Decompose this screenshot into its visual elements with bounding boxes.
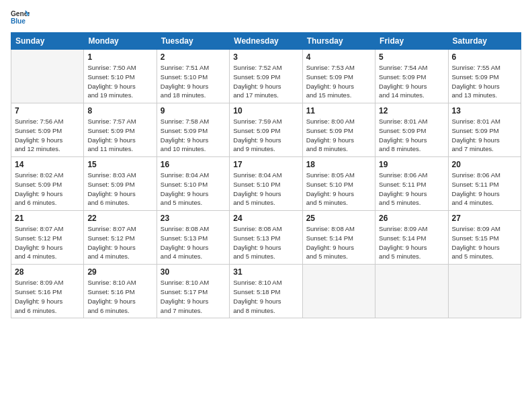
calendar-cell: 29Sunrise: 8:10 AMSunset: 5:16 PMDayligh…	[84, 265, 157, 318]
day-number: 10	[233, 106, 298, 116]
day-info: Sunrise: 8:06 AMSunset: 5:11 PMDaylight:…	[452, 171, 517, 208]
weekday-header-sunday: Sunday	[11, 33, 84, 50]
day-info: Sunrise: 8:08 AMSunset: 5:13 PMDaylight:…	[161, 224, 226, 261]
day-number: 1	[87, 52, 152, 62]
weekday-header-friday: Friday	[375, 33, 448, 50]
day-number: 16	[161, 160, 226, 169]
calendar-cell: 1Sunrise: 7:50 AMSunset: 5:10 PMDaylight…	[84, 50, 157, 103]
day-info: Sunrise: 8:02 AMSunset: 5:09 PMDaylight:…	[15, 171, 80, 208]
day-info: Sunrise: 8:06 AMSunset: 5:11 PMDaylight:…	[379, 171, 444, 208]
day-number: 4	[306, 52, 371, 62]
day-info: Sunrise: 8:04 AMSunset: 5:10 PMDaylight:…	[233, 171, 298, 208]
day-number: 22	[87, 214, 152, 223]
calendar-cell	[448, 265, 521, 318]
day-number: 9	[161, 106, 226, 116]
calendar-cell: 24Sunrise: 8:08 AMSunset: 5:13 PMDayligh…	[230, 211, 302, 265]
calendar-cell: 19Sunrise: 8:06 AMSunset: 5:11 PMDayligh…	[375, 157, 448, 211]
calendar-table: SundayMondayTuesdayWednesdayThursdayFrid…	[11, 32, 521, 318]
day-info: Sunrise: 8:00 AMSunset: 5:09 PMDaylight:…	[306, 117, 371, 154]
day-number: 21	[15, 214, 80, 223]
weekday-header-wednesday: Wednesday	[230, 33, 302, 50]
day-info: Sunrise: 8:09 AMSunset: 5:14 PMDaylight:…	[379, 224, 444, 261]
calendar-cell: 18Sunrise: 8:05 AMSunset: 5:10 PMDayligh…	[302, 157, 375, 211]
day-info: Sunrise: 8:09 AMSunset: 5:15 PMDaylight:…	[452, 224, 517, 261]
calendar-cell: 5Sunrise: 7:54 AMSunset: 5:09 PMDaylight…	[375, 50, 448, 103]
logo-icon: General Blue	[11, 8, 30, 27]
day-info: Sunrise: 8:07 AMSunset: 5:12 PMDaylight:…	[15, 224, 80, 261]
week-row-3: 21Sunrise: 8:07 AMSunset: 5:12 PMDayligh…	[11, 211, 521, 265]
day-info: Sunrise: 7:55 AMSunset: 5:09 PMDaylight:…	[452, 63, 517, 100]
day-info: Sunrise: 8:08 AMSunset: 5:14 PMDaylight:…	[306, 224, 371, 261]
calendar-cell: 28Sunrise: 8:09 AMSunset: 5:16 PMDayligh…	[11, 265, 84, 318]
calendar-cell: 4Sunrise: 7:53 AMSunset: 5:09 PMDaylight…	[302, 50, 375, 103]
day-info: Sunrise: 7:51 AMSunset: 5:10 PMDaylight:…	[161, 63, 226, 100]
day-number: 29	[87, 267, 152, 277]
day-number: 2	[161, 52, 226, 62]
calendar-cell: 6Sunrise: 7:55 AMSunset: 5:09 PMDaylight…	[448, 50, 521, 103]
day-number: 15	[87, 160, 152, 169]
day-number: 26	[379, 214, 444, 223]
calendar-cell: 10Sunrise: 7:59 AMSunset: 5:09 PMDayligh…	[230, 103, 302, 157]
day-number: 28	[15, 267, 80, 277]
header: General Blue	[11, 8, 521, 27]
calendar-cell: 26Sunrise: 8:09 AMSunset: 5:14 PMDayligh…	[375, 211, 448, 265]
weekday-header-thursday: Thursday	[302, 33, 375, 50]
day-info: Sunrise: 7:56 AMSunset: 5:09 PMDaylight:…	[15, 117, 80, 154]
calendar-cell: 8Sunrise: 7:57 AMSunset: 5:09 PMDaylight…	[84, 103, 157, 157]
day-number: 23	[161, 214, 226, 223]
calendar-cell: 3Sunrise: 7:52 AMSunset: 5:09 PMDaylight…	[230, 50, 302, 103]
day-info: Sunrise: 7:53 AMSunset: 5:09 PMDaylight:…	[306, 63, 371, 100]
calendar-cell: 30Sunrise: 8:10 AMSunset: 5:17 PMDayligh…	[157, 265, 229, 318]
day-number: 18	[306, 160, 371, 169]
calendar-cell	[375, 265, 448, 318]
day-number: 7	[15, 106, 80, 116]
calendar-cell: 14Sunrise: 8:02 AMSunset: 5:09 PMDayligh…	[11, 157, 84, 211]
day-info: Sunrise: 7:52 AMSunset: 5:09 PMDaylight:…	[233, 63, 298, 100]
weekday-header-monday: Monday	[84, 33, 157, 50]
day-number: 13	[452, 106, 517, 116]
calendar-cell: 2Sunrise: 7:51 AMSunset: 5:10 PMDaylight…	[157, 50, 229, 103]
day-number: 30	[161, 267, 226, 277]
day-info: Sunrise: 8:10 AMSunset: 5:17 PMDaylight:…	[161, 278, 226, 315]
calendar-cell: 21Sunrise: 8:07 AMSunset: 5:12 PMDayligh…	[11, 211, 84, 265]
day-info: Sunrise: 8:01 AMSunset: 5:09 PMDaylight:…	[452, 117, 517, 154]
day-info: Sunrise: 7:50 AMSunset: 5:10 PMDaylight:…	[87, 63, 152, 100]
day-number: 31	[233, 267, 298, 277]
weekday-header-tuesday: Tuesday	[157, 33, 229, 50]
calendar-cell: 17Sunrise: 8:04 AMSunset: 5:10 PMDayligh…	[230, 157, 302, 211]
day-info: Sunrise: 8:10 AMSunset: 5:16 PMDaylight:…	[87, 278, 152, 315]
calendar-cell: 15Sunrise: 8:03 AMSunset: 5:09 PMDayligh…	[84, 157, 157, 211]
day-info: Sunrise: 8:05 AMSunset: 5:10 PMDaylight:…	[306, 171, 371, 208]
week-row-0: 1Sunrise: 7:50 AMSunset: 5:10 PMDaylight…	[11, 50, 521, 103]
day-info: Sunrise: 8:03 AMSunset: 5:09 PMDaylight:…	[87, 171, 152, 208]
day-info: Sunrise: 8:04 AMSunset: 5:10 PMDaylight:…	[161, 171, 226, 208]
day-info: Sunrise: 8:08 AMSunset: 5:13 PMDaylight:…	[233, 224, 298, 261]
calendar-cell	[11, 50, 84, 103]
day-info: Sunrise: 8:07 AMSunset: 5:12 PMDaylight:…	[87, 224, 152, 261]
day-number: 3	[233, 52, 298, 62]
calendar-cell: 7Sunrise: 7:56 AMSunset: 5:09 PMDaylight…	[11, 103, 84, 157]
calendar-cell: 13Sunrise: 8:01 AMSunset: 5:09 PMDayligh…	[448, 103, 521, 157]
day-number: 11	[306, 106, 371, 116]
day-number: 14	[15, 160, 80, 169]
day-info: Sunrise: 7:58 AMSunset: 5:09 PMDaylight:…	[161, 117, 226, 154]
calendar-cell: 27Sunrise: 8:09 AMSunset: 5:15 PMDayligh…	[448, 211, 521, 265]
day-number: 5	[379, 52, 444, 62]
weekday-header-row: SundayMondayTuesdayWednesdayThursdayFrid…	[11, 33, 521, 50]
day-info: Sunrise: 7:59 AMSunset: 5:09 PMDaylight:…	[233, 117, 298, 154]
day-number: 20	[452, 160, 517, 169]
calendar-cell: 16Sunrise: 8:04 AMSunset: 5:10 PMDayligh…	[157, 157, 229, 211]
day-info: Sunrise: 8:01 AMSunset: 5:09 PMDaylight:…	[379, 117, 444, 154]
weekday-header-saturday: Saturday	[448, 33, 521, 50]
calendar-cell: 31Sunrise: 8:10 AMSunset: 5:18 PMDayligh…	[230, 265, 302, 318]
calendar-cell: 12Sunrise: 8:01 AMSunset: 5:09 PMDayligh…	[375, 103, 448, 157]
calendar-cell	[302, 265, 375, 318]
day-info: Sunrise: 7:54 AMSunset: 5:09 PMDaylight:…	[379, 63, 444, 100]
week-row-2: 14Sunrise: 8:02 AMSunset: 5:09 PMDayligh…	[11, 157, 521, 211]
day-number: 19	[379, 160, 444, 169]
day-info: Sunrise: 8:09 AMSunset: 5:16 PMDaylight:…	[15, 278, 80, 315]
calendar-cell: 20Sunrise: 8:06 AMSunset: 5:11 PMDayligh…	[448, 157, 521, 211]
day-number: 8	[87, 106, 152, 116]
day-info: Sunrise: 7:57 AMSunset: 5:09 PMDaylight:…	[87, 117, 152, 154]
day-number: 17	[233, 160, 298, 169]
